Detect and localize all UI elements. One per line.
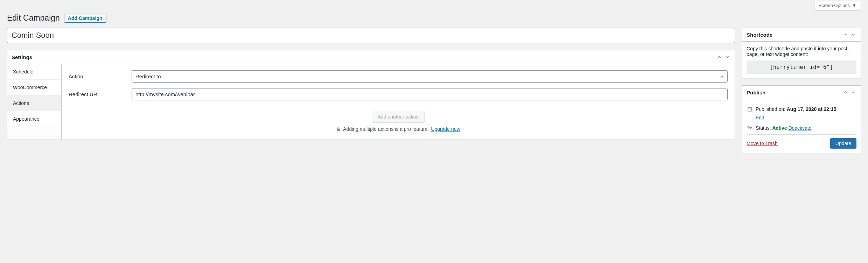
- move-up-icon[interactable]: [842, 89, 849, 95]
- calendar-icon: [747, 106, 753, 112]
- move-down-icon[interactable]: [850, 31, 856, 38]
- status-value: Active: [772, 125, 787, 131]
- tab-actions[interactable]: Actions: [7, 95, 61, 111]
- shortcode-code[interactable]: [hurrytimer id="6"]: [747, 61, 856, 74]
- shortcode-box-title: Shortcode: [747, 32, 772, 38]
- redirect-url-input[interactable]: [132, 88, 728, 100]
- settings-tabs: Schedule WooCommerce Actions Appearance: [7, 64, 62, 140]
- add-another-action-button: Add another action: [372, 111, 425, 123]
- publish-box-title: Publish: [747, 90, 765, 95]
- move-up-icon[interactable]: [842, 31, 849, 38]
- action-label: Action: [69, 73, 132, 79]
- move-up-icon[interactable]: [716, 54, 723, 60]
- campaign-title-input[interactable]: [7, 28, 735, 43]
- published-on-value: Aug 17, 2020 at 22:15: [787, 106, 836, 112]
- key-icon: [747, 125, 753, 131]
- upgrade-link[interactable]: Upgrade now: [431, 126, 460, 132]
- edit-publish-date-link[interactable]: Edit: [756, 115, 856, 120]
- settings-box: Settings Schedule WooCommerce Actions Ap…: [7, 50, 735, 140]
- settings-box-title: Settings: [12, 54, 32, 60]
- shortcode-help-text: Copy this shortcode and paste it into yo…: [747, 46, 856, 57]
- action-select[interactable]: Redirect to...: [132, 70, 728, 83]
- move-down-icon[interactable]: [850, 89, 856, 95]
- tab-woocommerce[interactable]: WooCommerce: [7, 80, 61, 95]
- caret-down-icon: ▼: [852, 3, 856, 8]
- pro-feature-text: Adding multiple actions is a pro feature…: [343, 126, 429, 132]
- page-title: Edit Campaign: [7, 13, 60, 23]
- update-button[interactable]: Update: [830, 138, 856, 149]
- add-campaign-button[interactable]: Add Campaign: [64, 14, 106, 23]
- status-label: Status:: [756, 125, 771, 131]
- screen-options-label: Screen Options: [819, 3, 850, 8]
- screen-options-button[interactable]: Screen Options ▼: [814, 1, 861, 10]
- tab-schedule[interactable]: Schedule: [7, 64, 61, 80]
- deactivate-link[interactable]: Deactivate: [788, 125, 811, 131]
- move-to-trash-link[interactable]: Move to Trash: [747, 141, 778, 146]
- shortcode-box: Shortcode Copy this shortcode and paste …: [742, 28, 861, 78]
- tab-appearance[interactable]: Appearance: [7, 111, 61, 127]
- redirect-url-label: Redirect URL: [69, 91, 132, 97]
- move-down-icon[interactable]: [724, 54, 730, 60]
- publish-box: Publish Published on: Aug 17, 2020 at 22…: [742, 85, 861, 153]
- tab-panel-actions: Action Redirect to... Redirect URL: [62, 64, 735, 140]
- lock-icon: [336, 127, 341, 132]
- published-on-label: Published on:: [756, 106, 785, 112]
